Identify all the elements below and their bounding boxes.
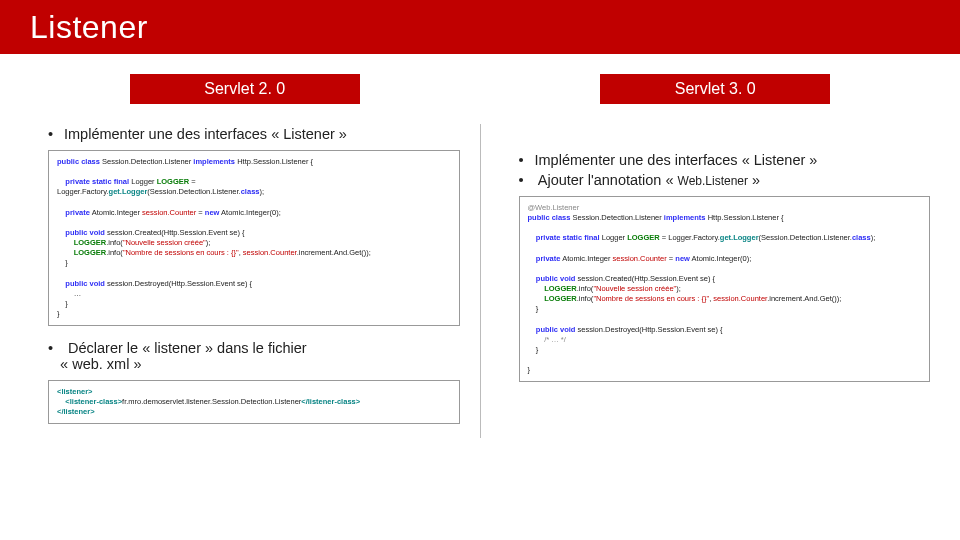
left-column: Servlet 2. 0 Implémenter une des interfa…: [30, 74, 460, 438]
right-bullets: Implémenter une des interfaces « Listene…: [519, 152, 931, 188]
page-title: Listener: [30, 9, 148, 46]
title-bar: Listener: [0, 0, 960, 54]
code-box-xml-servlet2: <listener> <listener-class>fr.mro.demose…: [48, 380, 460, 424]
right-bullet-implement: Implémenter une des interfaces « Listene…: [519, 152, 931, 168]
left-bullet-declare: Déclarer le « listener » dans le fichier…: [48, 340, 460, 372]
tab-servlet-3: Servlet 3. 0: [600, 74, 830, 104]
code-box-java-servlet2: public class Session.Detection.Listener …: [48, 150, 460, 326]
right-column: Servlet 3. 0 Implémenter une des interfa…: [501, 74, 931, 438]
content-area: Servlet 2. 0 Implémenter une des interfa…: [0, 54, 960, 448]
left-bullet-implement: Implémenter une des interfaces « Listene…: [48, 126, 460, 142]
column-divider: [480, 124, 481, 438]
code-box-java-servlet3: @Web.Listener public class Session.Detec…: [519, 196, 931, 382]
right-bullet-annotation: Ajouter l'annotation « Web.Listener »: [519, 172, 931, 188]
tab-servlet-2: Servlet 2. 0: [130, 74, 360, 104]
left-bullets-2: Déclarer le « listener » dans le fichier…: [48, 340, 460, 372]
left-bullets-1: Implémenter une des interfaces « Listene…: [48, 126, 460, 142]
